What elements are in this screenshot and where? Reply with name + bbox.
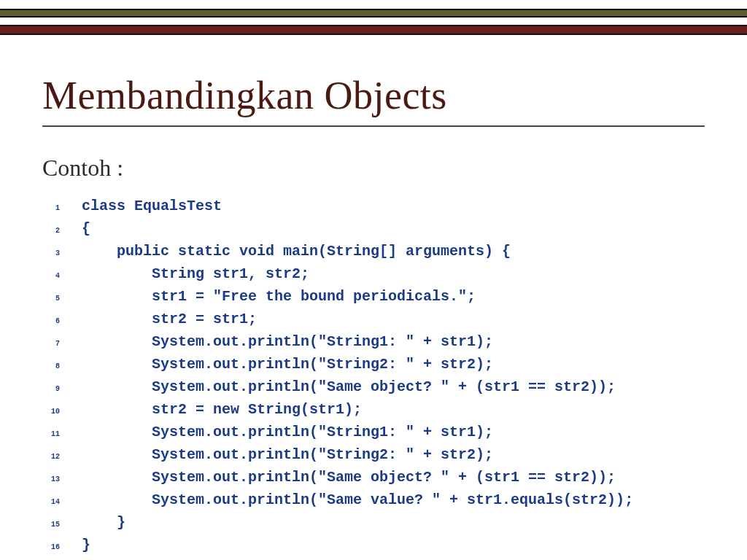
code-line: 5 str1 = "Free the bound periodicals."; xyxy=(42,285,705,308)
code-text: System.out.println("Same object? " + (st… xyxy=(64,466,616,489)
line-number: 8 xyxy=(42,361,64,373)
line-number: 11 xyxy=(42,429,64,440)
code-text: { xyxy=(64,217,90,240)
code-line: 3 public static void main(String[] argum… xyxy=(42,240,705,262)
decorative-header-bars xyxy=(0,9,747,35)
code-text: class EqualsTest xyxy=(64,195,222,217)
slide-content: Membandingkan Objects Contoh : 1 class E… xyxy=(0,44,747,556)
code-line: 11 System.out.println("String1: " + str1… xyxy=(42,421,705,443)
line-number: 1 xyxy=(42,203,64,214)
line-number: 6 xyxy=(42,316,64,327)
code-line: 4 String str1, str2; xyxy=(42,262,705,285)
slide-subheading: Contoh : xyxy=(42,155,705,182)
line-number: 12 xyxy=(42,451,64,463)
code-line: 15 } xyxy=(42,511,705,534)
code-line: 2 { xyxy=(42,217,705,240)
code-text: str2 = new String(str1); xyxy=(64,398,362,421)
code-text: } xyxy=(64,511,125,534)
code-text: System.out.println("String2: " + str2); xyxy=(64,353,493,376)
code-line: 12 System.out.println("String2: " + str2… xyxy=(42,443,705,466)
code-text: str2 = str1; xyxy=(64,308,257,330)
line-number: 2 xyxy=(42,225,64,237)
line-number: 10 xyxy=(42,406,64,418)
line-number: 13 xyxy=(42,474,64,486)
code-text: String str1, str2; xyxy=(64,262,309,285)
code-line: 1 class EqualsTest xyxy=(42,195,705,217)
code-line: 8 System.out.println("String2: " + str2)… xyxy=(42,353,705,376)
line-number: 16 xyxy=(42,542,64,553)
code-text: str1 = "Free the bound periodicals."; xyxy=(64,285,476,308)
code-line: 14 System.out.println("Same value? " + s… xyxy=(42,489,705,511)
code-text: System.out.println("String1: " + str1); xyxy=(64,330,493,353)
code-text: public static void main(String[] argumen… xyxy=(64,240,511,262)
line-number: 5 xyxy=(42,293,64,305)
code-line: 6 str2 = str1; xyxy=(42,308,705,330)
slide-title: Membandingkan Objects xyxy=(42,73,705,127)
code-text: System.out.println("Same value? " + str1… xyxy=(64,489,633,511)
code-text: System.out.println("Same object? " + (st… xyxy=(64,376,616,398)
code-text: System.out.println("String2: " + str2); xyxy=(64,443,493,466)
code-line: 9 System.out.println("Same object? " + (… xyxy=(42,376,705,398)
line-number: 9 xyxy=(42,384,64,395)
code-line: 16 } xyxy=(42,534,705,556)
code-text: System.out.println("String1: " + str1); xyxy=(64,421,493,443)
code-line: 13 System.out.println("Same object? " + … xyxy=(42,466,705,489)
code-line: 7 System.out.println("String1: " + str1)… xyxy=(42,330,705,353)
line-number: 4 xyxy=(42,271,64,282)
line-number: 14 xyxy=(42,497,64,508)
line-number: 3 xyxy=(42,248,64,260)
code-line: 10 str2 = new String(str1); xyxy=(42,398,705,421)
line-number: 15 xyxy=(42,519,64,531)
code-text: } xyxy=(64,534,90,556)
code-block: 1 class EqualsTest2 {3 public static voi… xyxy=(42,195,705,556)
line-number: 7 xyxy=(42,338,64,350)
